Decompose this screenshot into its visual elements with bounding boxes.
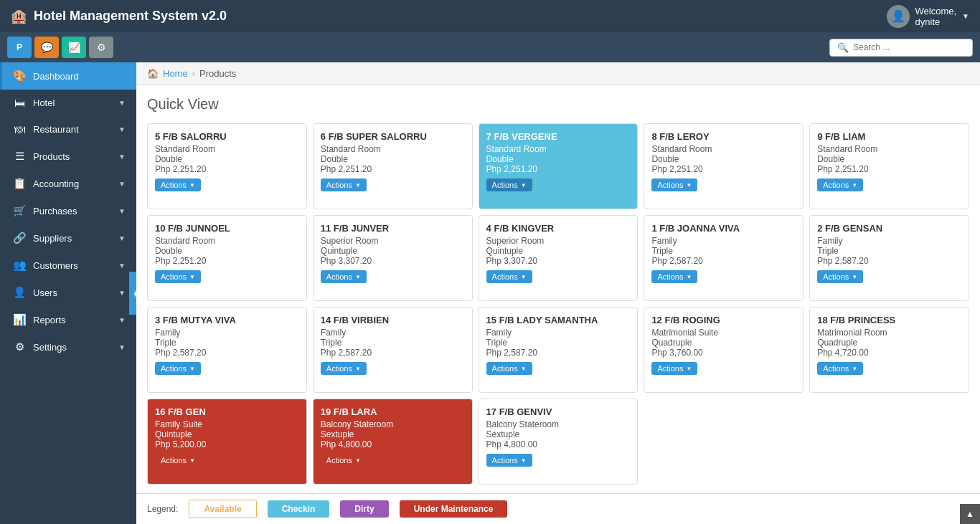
room-price: Php 4,800.00 bbox=[486, 439, 631, 449]
actions-button[interactable]: Actions ▼ bbox=[321, 362, 367, 375]
search-input[interactable] bbox=[853, 42, 965, 52]
actions-button[interactable]: Actions ▼ bbox=[155, 270, 201, 283]
actions-button[interactable]: Actions ▼ bbox=[486, 270, 532, 283]
actions-button[interactable]: Actions ▼ bbox=[651, 362, 697, 375]
settings-button[interactable]: ⚙ bbox=[89, 37, 113, 58]
search-icon: 🔍 bbox=[837, 42, 849, 53]
sidebar-item-customers[interactable]: 👥 Customers ▼ bbox=[0, 252, 136, 279]
actions-caret: ▼ bbox=[852, 182, 857, 189]
topbar: 🏨 Hotel Management System v2.0 👤 Welcome… bbox=[0, 0, 980, 32]
actions-button[interactable]: Actions ▼ bbox=[651, 270, 697, 283]
room-type: Family bbox=[155, 328, 299, 338]
purchases-icon: 🛒 bbox=[13, 204, 26, 217]
actions-caret: ▼ bbox=[686, 182, 692, 189]
actions-button[interactable]: Actions ▼ bbox=[321, 454, 367, 467]
sidebar-label-products: Products bbox=[33, 151, 70, 162]
reports-icon: 📊 bbox=[13, 313, 26, 326]
room-name: 19 F/B LARA bbox=[321, 406, 465, 417]
room-card-r18: 17 F/B GENVIV Balcony Stateroom Sextuple… bbox=[479, 399, 639, 485]
sidebar-item-restaurant[interactable]: 🍽 Restaurant ▼ bbox=[0, 116, 136, 143]
room-card-r15: 18 F/B PRINCESS Matrimonial Room Quadrup… bbox=[809, 307, 969, 393]
sidebar-item-suppliers[interactable]: 🔗 Suppliers ▼ bbox=[0, 224, 136, 252]
sidebar-label-dashboard: Dashboard bbox=[33, 71, 79, 82]
chevron-purchases: ▼ bbox=[118, 207, 126, 215]
sidebar-item-hotel[interactable]: 🛏 Hotel ▼ bbox=[0, 90, 136, 116]
room-sub: Triple bbox=[321, 338, 465, 348]
room-price: Php 3,307.20 bbox=[486, 256, 631, 266]
chevron-settings: ▼ bbox=[118, 343, 126, 351]
chevron-suppliers: ▼ bbox=[118, 234, 126, 242]
room-card-r14: 12 F/B ROGING Matrimonial Suite Quadrupl… bbox=[644, 307, 804, 393]
actions-button[interactable]: Actions ▼ bbox=[486, 454, 532, 467]
sidebar-label-reports: Reports bbox=[33, 315, 66, 325]
actions-button[interactable]: Actions ▼ bbox=[651, 178, 697, 191]
sidebar-item-dashboard[interactable]: 🎨 Dashboard bbox=[0, 62, 136, 90]
room-name: 9 F/B LIAM bbox=[817, 131, 961, 142]
actions-button[interactable]: Actions ▼ bbox=[155, 178, 201, 191]
actions-button[interactable]: Actions ▼ bbox=[817, 270, 863, 283]
user-menu-chevron[interactable]: ▼ bbox=[962, 12, 969, 20]
room-type: Standard Room bbox=[651, 144, 796, 154]
room-sub: Double bbox=[321, 154, 465, 164]
room-sub: Quintuple bbox=[155, 429, 299, 439]
accounting-icon: 📋 bbox=[13, 177, 26, 190]
room-type: Superior Room bbox=[321, 236, 465, 246]
sidebar-item-accounting[interactable]: 📋 Accounting ▼ bbox=[0, 170, 136, 197]
actions-caret: ▼ bbox=[521, 457, 527, 464]
chevron-accounting: ▼ bbox=[118, 180, 126, 188]
sidebar-label-users: Users bbox=[33, 287, 57, 298]
room-name: 8 F/B LEROY bbox=[651, 131, 796, 142]
sidebar-label-restaurant: Restaurant bbox=[33, 124, 79, 135]
sidebar-item-users[interactable]: 👤 Users ▼ bbox=[0, 279, 136, 306]
sidebar-toggle[interactable]: ❮ bbox=[129, 272, 136, 315]
breadcrumb-separator: › bbox=[192, 68, 195, 79]
breadcrumb-home[interactable]: Home bbox=[163, 68, 188, 79]
chevron-products: ▼ bbox=[118, 153, 126, 161]
settings-sidebar-icon: ⚙ bbox=[13, 340, 26, 353]
room-price: Php 2,587.20 bbox=[651, 256, 796, 266]
sidebar-item-products[interactable]: ☰ Products ▼ bbox=[0, 143, 136, 170]
sidebar-item-purchases[interactable]: 🛒 Purchases ▼ bbox=[0, 197, 136, 224]
room-card-r9: 1 F/B JOANNA VIVA Family Triple Php 2,58… bbox=[644, 215, 804, 301]
room-name: 16 F/B GEN bbox=[155, 406, 299, 417]
room-card-r11: 3 F/B MUTYA VIVA Family Triple Php 2,587… bbox=[147, 307, 307, 393]
scroll-to-top-button[interactable]: ▲ bbox=[960, 504, 980, 524]
actions-caret: ▼ bbox=[521, 366, 527, 372]
avatar: 👤 bbox=[887, 5, 910, 28]
actions-button[interactable]: Actions ▼ bbox=[155, 454, 201, 467]
sidebar-item-reports[interactable]: 📊 Reports ▼ bbox=[0, 306, 136, 333]
room-sub: Quintuple bbox=[486, 246, 631, 256]
search-box[interactable]: 🔍 bbox=[829, 39, 973, 57]
room-name: 14 F/B VIRBIEN bbox=[321, 315, 465, 325]
actions-button[interactable]: Actions ▼ bbox=[817, 362, 863, 375]
suppliers-icon: 🔗 bbox=[13, 232, 26, 244]
room-card-r7: 11 F/B JUNVER Superior Room Quintuple Ph… bbox=[313, 215, 473, 301]
room-sub: Quintuple bbox=[321, 246, 465, 256]
actions-button[interactable]: Actions ▼ bbox=[486, 362, 532, 375]
room-card-r12: 14 F/B VIRBIEN Family Triple Php 2,587.2… bbox=[313, 307, 473, 393]
room-sub: Triple bbox=[486, 338, 631, 348]
room-price: Php 2,251.20 bbox=[155, 164, 299, 174]
toolbar: P 💬 📈 ⚙ 🔍 bbox=[0, 32, 980, 62]
room-price: Php 3,307.20 bbox=[321, 256, 465, 266]
page-title: Quick View bbox=[147, 96, 969, 113]
pos-button[interactable]: P bbox=[7, 37, 32, 58]
content-area: 🏠 Home › Products Quick View 5 F/B SALOR… bbox=[136, 62, 980, 524]
room-card-r16: 16 F/B GEN Family Suite Quintuple Php 5,… bbox=[147, 399, 307, 485]
chart-button[interactable]: 📈 bbox=[62, 37, 86, 58]
chat-button[interactable]: 💬 bbox=[34, 37, 59, 58]
actions-button[interactable]: Actions ▼ bbox=[321, 270, 367, 283]
room-type: Matrimonial Suite bbox=[651, 328, 796, 338]
actions-button[interactable]: Actions ▼ bbox=[155, 362, 201, 375]
sidebar-item-settings[interactable]: ⚙ Settings ▼ bbox=[0, 333, 136, 361]
room-name: 6 F/B SUPER SALORRU bbox=[321, 131, 465, 142]
actions-button[interactable]: Actions ▼ bbox=[817, 178, 863, 191]
room-name: 17 F/B GENVIV bbox=[486, 406, 631, 417]
quick-view-content: Quick View 5 F/B SALORRU Standard Room D… bbox=[136, 85, 980, 493]
room-sub: Sextuple bbox=[321, 429, 465, 439]
actions-button[interactable]: Actions ▼ bbox=[321, 178, 367, 191]
actions-caret: ▼ bbox=[189, 274, 195, 280]
room-type: Standard Room bbox=[817, 144, 961, 154]
room-price: Php 2,251.20 bbox=[321, 164, 465, 174]
actions-button[interactable]: Actions ▼ bbox=[486, 178, 532, 191]
